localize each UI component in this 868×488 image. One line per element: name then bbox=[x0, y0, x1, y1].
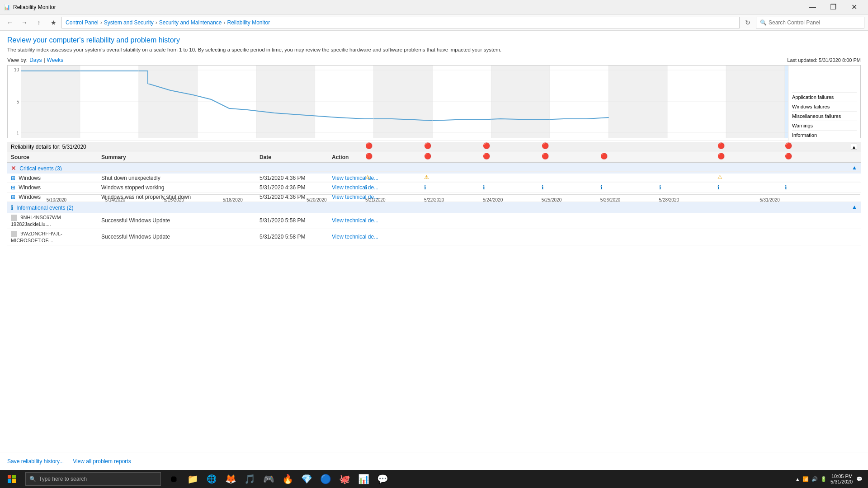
taskbar-search-text: Type here to search bbox=[39, 476, 87, 482]
windows-icon-1: ⊞ bbox=[11, 175, 15, 181]
windows-icon-2: ⊞ bbox=[11, 184, 15, 191]
taskbar-icon-chrome[interactable]: 🌐 bbox=[203, 470, 221, 488]
breadcrumb-security-maintenance[interactable]: Security and Maintenance bbox=[159, 19, 222, 26]
legend-information: Information bbox=[792, 130, 857, 140]
time-date-display[interactable]: 10:05 PM 5/31/2020 bbox=[830, 474, 853, 484]
info-7: ℹ bbox=[717, 184, 720, 191]
app-fail-4: 🔴 bbox=[542, 142, 549, 149]
window-title: Reliability Monitor bbox=[13, 4, 56, 10]
date-label-11: 5/28/2020 bbox=[659, 197, 679, 202]
critical-icon: ✕ bbox=[11, 164, 16, 172]
info-section-icon: ℹ bbox=[11, 204, 13, 211]
up-button[interactable]: ↑ bbox=[33, 16, 45, 29]
main-content: Review your computer's reliability and p… bbox=[0, 31, 868, 470]
date-label-5: 5/20/2020 bbox=[307, 197, 327, 202]
close-button[interactable]: ✕ bbox=[844, 0, 864, 14]
date-label-2: 5/14/2020 bbox=[105, 197, 126, 202]
bottom-bar: Save reliability history... View all pro… bbox=[0, 452, 868, 470]
win-fail-3: 🔴 bbox=[483, 153, 490, 160]
info-5: ℹ bbox=[600, 184, 603, 191]
info-1: ℹ bbox=[365, 184, 368, 191]
taskbar-search-box[interactable]: 🔍 Type here to search bbox=[25, 472, 161, 486]
reliability-chart[interactable]: 10 5 1 bbox=[7, 65, 861, 138]
date-label-8: 5/24/2020 bbox=[483, 197, 503, 202]
view-weeks-link[interactable]: Weeks bbox=[47, 57, 63, 63]
back-button[interactable]: ← bbox=[4, 16, 16, 29]
info-source-2: 9WZDNCRFHVJL-MICROSOFT.OF.... bbox=[7, 229, 98, 245]
date-label-12: 5/31/2020 bbox=[760, 197, 780, 202]
win-fail-4: 🔴 bbox=[542, 153, 549, 160]
svg-rect-32 bbox=[8, 479, 11, 483]
warn-1: ⚠ bbox=[365, 174, 370, 180]
warn-2: ⚠ bbox=[424, 174, 429, 180]
search-input[interactable] bbox=[769, 19, 860, 26]
view-sep: | bbox=[43, 57, 45, 63]
update-icon-2 bbox=[11, 231, 17, 237]
info-3: ℹ bbox=[483, 184, 485, 191]
search-box[interactable]: 🔍 bbox=[756, 17, 864, 28]
start-button[interactable] bbox=[0, 470, 24, 488]
info-4: ℹ bbox=[542, 184, 544, 191]
info-date-2: 5/31/2020 5:58 PM bbox=[256, 229, 328, 245]
save-history-link[interactable]: Save reliability history... bbox=[7, 458, 64, 465]
svg-rect-33 bbox=[12, 479, 16, 483]
taskbar-icon-files[interactable]: 📁 bbox=[184, 470, 202, 488]
info-action-2: View technical de... bbox=[328, 229, 861, 245]
taskbar-date: 5/31/2020 bbox=[830, 479, 853, 484]
view-reports-link[interactable]: View all problem reports bbox=[73, 458, 131, 465]
taskbar-icon-app6[interactable]: 🐙 bbox=[335, 470, 354, 488]
update-icon-1 bbox=[11, 215, 17, 221]
date-label-9: 5/25/2020 bbox=[542, 197, 562, 202]
taskbar-icon-app3[interactable]: 🔥 bbox=[278, 470, 297, 488]
windows-icon-3: ⊞ bbox=[11, 194, 15, 200]
forward-button[interactable]: → bbox=[18, 16, 31, 29]
chart-y-axis: 10 5 1 bbox=[8, 66, 21, 138]
breadcrumb-reliability-monitor[interactable]: Reliability Monitor bbox=[227, 19, 270, 26]
legend-misc-failures: Miscellaneous failures bbox=[792, 111, 857, 121]
tray-volume-icon[interactable]: 🔊 bbox=[811, 476, 818, 482]
address-bar: ← → ↑ ★ Control Panel › System and Secur… bbox=[0, 14, 868, 31]
window-icon: 📊 bbox=[4, 4, 10, 10]
y-label-10: 10 bbox=[14, 67, 19, 72]
minimize-button[interactable]: — bbox=[802, 0, 823, 14]
view-days-link[interactable]: Days bbox=[29, 57, 42, 63]
taskbar-search-icon: 🔍 bbox=[29, 476, 36, 482]
taskbar-icon-app1[interactable]: 🎵 bbox=[241, 470, 259, 488]
taskbar-icon-app8[interactable]: 💬 bbox=[373, 470, 392, 488]
date-label-1: 5/10/2020 bbox=[47, 197, 67, 202]
info-2: ℹ bbox=[424, 184, 426, 191]
info-6: ℹ bbox=[659, 184, 661, 191]
info-row-1: 9NHL4NSC67WM-19282JackieLiu.... Successf… bbox=[7, 213, 861, 229]
notification-icon[interactable]: 💬 bbox=[856, 476, 863, 482]
refresh-button[interactable]: ↻ bbox=[741, 16, 754, 29]
date-label-4: 5/18/2020 bbox=[222, 197, 243, 202]
info-row-2: 9WZDNCRFHVJL-MICROSOFT.OF.... Successful… bbox=[7, 229, 861, 245]
app-fail-6: 🔴 bbox=[785, 142, 792, 149]
info-date-1: 5/31/2020 5:58 PM bbox=[256, 213, 328, 229]
last-updated: Last updated: 5/31/2020 8:00 PM bbox=[787, 57, 861, 63]
svg-rect-30 bbox=[8, 475, 11, 479]
restore-button[interactable]: ❐ bbox=[823, 0, 844, 14]
favorites-button[interactable]: ★ bbox=[47, 16, 60, 29]
taskbar-icon-app7[interactable]: 📊 bbox=[354, 470, 373, 488]
win-fail-6: 🔴 bbox=[717, 153, 725, 160]
info-label: Informational events (2) bbox=[16, 205, 73, 211]
taskbar-icon-firefox[interactable]: 🦊 bbox=[222, 470, 240, 488]
tray-icon-up[interactable]: ▲ bbox=[795, 477, 800, 482]
system-tray: ▲ 📶 🔊 🔋 bbox=[795, 476, 827, 482]
taskbar-icon-app5[interactable]: 🔵 bbox=[316, 470, 335, 488]
win-fail-7: 🔴 bbox=[785, 153, 792, 160]
legend-warnings: Warnings bbox=[792, 121, 857, 130]
taskbar-icon-app2[interactable]: 🎮 bbox=[259, 470, 278, 488]
windows-logo-icon bbox=[8, 475, 16, 483]
taskbar-time: 10:05 PM bbox=[830, 474, 853, 479]
title-bar: 📊 Reliability Monitor — ❐ ✕ bbox=[0, 0, 868, 14]
view-by-label: View by: bbox=[7, 57, 28, 63]
breadcrumb-control-panel[interactable]: Control Panel bbox=[66, 19, 99, 26]
taskview-button[interactable]: ⏺ bbox=[165, 470, 183, 488]
taskbar-items: ⏺ 📁 🌐 🦊 🎵 🎮 🔥 💎 🔵 🐙 📊 💬 bbox=[165, 470, 392, 488]
date-label-7: 5/22/2020 bbox=[424, 197, 444, 202]
taskbar-icon-app4[interactable]: 💎 bbox=[297, 470, 316, 488]
breadcrumb-system-security[interactable]: System and Security bbox=[104, 19, 154, 26]
app-fail-1: 🔴 bbox=[365, 142, 373, 149]
